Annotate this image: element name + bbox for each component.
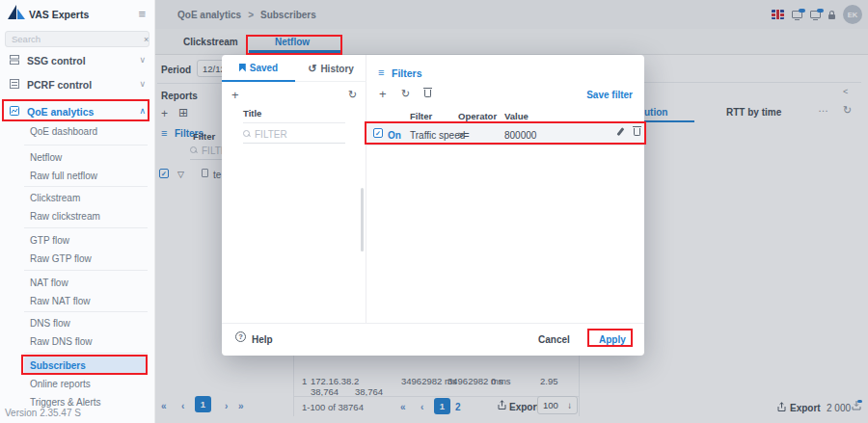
- chevron-down-icon: ∨: [139, 55, 146, 65]
- vas-experts-logo-icon: [7, 5, 26, 20]
- column-header-filter: Filter: [410, 111, 432, 121]
- sidebar-item-raw-dns-flow[interactable]: Raw DNS flow: [30, 336, 92, 347]
- search-icon: [243, 130, 252, 139]
- sidebar-group-qoe-analytics[interactable]: QoE analytics ∧: [0, 102, 155, 121]
- refresh-icon[interactable]: ↻: [348, 89, 357, 101]
- divider: [24, 227, 148, 228]
- sidebar-item-triggers-alerts[interactable]: Triggers & Alerts: [30, 397, 101, 408]
- add-saved-icon[interactable]: +: [231, 88, 239, 103]
- pcrf-icon: [9, 78, 20, 90]
- tab-history-label: History: [320, 64, 353, 74]
- refresh-icon[interactable]: ↻: [401, 88, 410, 100]
- filter-value-cell[interactable]: 800000: [504, 130, 536, 142]
- sidebar-group-label: QoE analytics: [27, 106, 94, 118]
- sidebar-item-raw-gtp-flow[interactable]: Raw GTP flow: [30, 253, 92, 264]
- ssg-icon: [9, 54, 20, 66]
- qoe-analytics-icon: [9, 105, 20, 117]
- column-header-operator: Operator: [458, 111, 497, 121]
- saved-filter-search-input[interactable]: [255, 129, 322, 140]
- title-column-header: Title: [243, 108, 261, 119]
- chevron-down-icon: ∨: [139, 79, 146, 89]
- sidebar-item-raw-clickstream[interactable]: Raw clickstream: [30, 211, 100, 222]
- brand-title: VAS Experts: [29, 9, 89, 21]
- help-button[interactable]: Help: [252, 334, 273, 346]
- tab-saved-label: Saved: [250, 63, 278, 73]
- help-icon[interactable]: ?: [235, 331, 246, 342]
- save-filter-button[interactable]: Save filter: [586, 90, 633, 101]
- sidebar-group-ssg[interactable]: SSG control ∨: [0, 51, 155, 70]
- sidebar-item-online-reports[interactable]: Online reports: [30, 379, 91, 389]
- sidebar-group-label: SSG control: [27, 55, 86, 66]
- sidebar-item-nat-flow[interactable]: NAT flow: [30, 278, 68, 288]
- divider: [243, 122, 345, 123]
- clear-search-icon[interactable]: ×: [139, 35, 153, 44]
- cancel-button[interactable]: Cancel: [538, 334, 570, 346]
- sidebar-item-raw-full-netflow[interactable]: Raw full netflow: [30, 171, 97, 181]
- sidebar-item-qoe-dashboard[interactable]: QoE dashboard: [30, 126, 97, 137]
- list-icon: ≡: [378, 66, 384, 79]
- divider: [24, 311, 148, 312]
- modal-footer: [222, 323, 644, 356]
- search-input[interactable]: [6, 34, 139, 44]
- sidebar-item-netflow[interactable]: Netflow: [30, 152, 62, 163]
- sidebar-item-subscribers[interactable]: Subscribers: [24, 357, 147, 375]
- sidebar-group-pcrf[interactable]: PCRF control ∨: [0, 75, 155, 94]
- sidebar: VAS Experts ≡ × SSG control ∨ PCRF contr…: [0, 0, 155, 423]
- bookmark-icon: [239, 64, 246, 72]
- column-header-value: Value: [504, 111, 529, 121]
- chevron-up-icon: ∧: [139, 106, 146, 116]
- filters-header: Filters: [392, 67, 422, 80]
- add-filter-icon[interactable]: +: [379, 87, 387, 102]
- filters-modal: Saved ↺ History + ↻ Title ≡ Filters + ↻ …: [222, 55, 644, 356]
- filter-enabled-checkbox[interactable]: ✓: [373, 128, 383, 138]
- divider: [24, 186, 148, 187]
- sidebar-item-clickstream[interactable]: Clickstream: [30, 193, 80, 203]
- divider: [24, 353, 148, 354]
- saved-filter-search[interactable]: [243, 126, 345, 144]
- sidebar-item-gtp-flow[interactable]: GTP flow: [30, 235, 69, 246]
- trash-icon[interactable]: [634, 128, 640, 136]
- trash-icon[interactable]: [424, 90, 431, 97]
- scrollbar[interactable]: [361, 188, 364, 251]
- divider: [24, 270, 148, 271]
- filter-operator-cell[interactable]: >=: [458, 130, 470, 142]
- tab-history[interactable]: ↺ History: [295, 55, 366, 82]
- sidebar-search[interactable]: ×: [5, 31, 149, 47]
- modal-left-pane: Saved ↺ History + ↻ Title: [222, 55, 366, 323]
- sidebar-item-dns-flow[interactable]: DNS flow: [30, 318, 70, 329]
- sidebar-item-raw-nat-flow[interactable]: Raw NAT flow: [30, 296, 90, 306]
- hamburger-icon[interactable]: ≡: [138, 7, 146, 22]
- filter-name-cell[interactable]: Traffic speed: [410, 130, 465, 142]
- filter-state: On: [388, 130, 401, 142]
- version-label: Version 2.35.47 S: [5, 408, 81, 419]
- history-icon: ↺: [308, 63, 316, 75]
- tab-saved[interactable]: Saved: [222, 55, 295, 82]
- app-root: VAS Experts ≡ × SSG control ∨ PCRF contr…: [0, 0, 868, 423]
- sidebar-group-label: PCRF control: [27, 79, 92, 91]
- apply-button[interactable]: Apply: [599, 334, 626, 346]
- divider: [24, 145, 148, 145]
